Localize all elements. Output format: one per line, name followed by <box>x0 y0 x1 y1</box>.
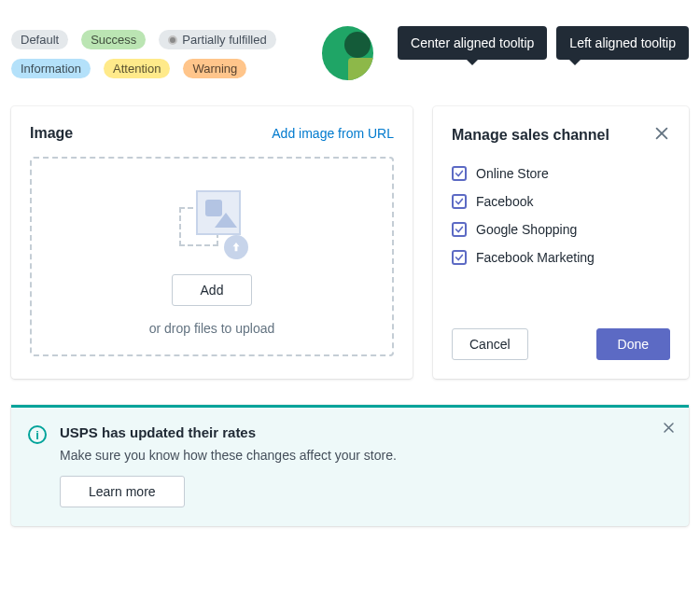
badge-default: Default <box>11 30 68 49</box>
channel-label: Facebook Marketing <box>476 250 595 265</box>
upload-illustration-icon <box>179 185 245 259</box>
channel-facebook-marketing[interactable]: Facebook Marketing <box>452 250 670 265</box>
cancel-button[interactable]: Cancel <box>452 328 528 360</box>
tooltip-group: Center aligned tooltip Left aligned tool… <box>398 26 689 60</box>
avatar[interactable] <box>322 26 374 80</box>
badge-attention: Attention <box>104 59 170 78</box>
badge-warning: Warning <box>183 59 246 78</box>
info-banner: i USPS has updated their rates Make sure… <box>11 405 689 526</box>
image-dropzone[interactable]: Add or drop files to upload <box>30 157 394 356</box>
image-card: Image Add image from URL Add or drop fil… <box>11 106 413 379</box>
channel-label: Google Shopping <box>476 222 577 237</box>
channel-online-store[interactable]: Online Store <box>452 166 670 181</box>
channels-title: Manage sales channel <box>452 127 609 144</box>
image-card-title: Image <box>30 125 73 142</box>
banner-text: Make sure you know how these changes aff… <box>60 448 672 463</box>
add-image-from-url-link[interactable]: Add image from URL <box>272 126 394 141</box>
add-button[interactable]: Add <box>172 274 253 306</box>
badge-success: Success <box>81 30 146 49</box>
close-icon[interactable] <box>662 421 676 438</box>
banner-title: USPS has updated their rates <box>60 424 672 440</box>
channel-facebook[interactable]: Facebook <box>452 194 670 209</box>
channel-label: Facebook <box>476 194 533 209</box>
badge-partially-fulfilled: Partially fulfilled <box>159 30 275 49</box>
badge-information: Information <box>11 59 91 78</box>
learn-more-button[interactable]: Learn more <box>60 476 185 507</box>
manage-channels-card: Manage sales channel Online Store Facebo… <box>433 106 689 379</box>
info-icon: i <box>28 425 47 444</box>
done-button[interactable]: Done <box>596 328 670 360</box>
channel-google-shopping[interactable]: Google Shopping <box>452 222 670 237</box>
tooltip-left: Left aligned tooltip <box>556 26 689 60</box>
tooltip-center: Center aligned tooltip <box>398 26 547 60</box>
badges-group: Default Success Partially fulfilled Info… <box>11 26 298 78</box>
close-icon[interactable] <box>653 125 670 146</box>
status-dot-icon <box>168 35 177 45</box>
checkbox-icon[interactable] <box>452 166 467 181</box>
checkbox-icon[interactable] <box>452 222 467 237</box>
checkbox-icon[interactable] <box>452 250 467 265</box>
upload-arrow-icon <box>224 235 248 259</box>
channel-label: Online Store <box>476 166 549 181</box>
checkbox-icon[interactable] <box>452 194 467 209</box>
channels-list: Online Store Facebook Google Shopping Fa… <box>452 166 670 265</box>
drop-hint: or drop files to upload <box>149 321 275 336</box>
badge-label: Partially fulfilled <box>182 33 266 47</box>
